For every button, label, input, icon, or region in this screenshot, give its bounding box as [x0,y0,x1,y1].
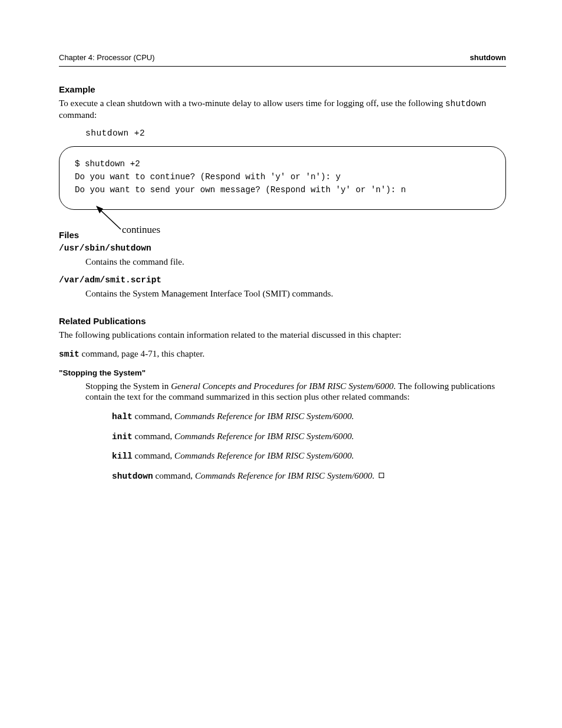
sub3-ital: Commands Reference for IBM RISC System/6… [174,450,354,460]
sub3-mid: command, [133,450,174,460]
related-item-1-head: smit [59,350,80,359]
section-related-title: Related Publications [59,316,506,326]
file-entry-2: /var/adm/smit.script Contains the System… [59,275,506,299]
file-path-1: /usr/sbin/shutdown [59,243,506,254]
terminal-line-3: Do you want to send your own message? (R… [75,183,490,196]
example-intro-a: To execute a clean shutdown with a two-m… [59,98,445,108]
sub4-ital: Commands Reference for IBM RISC System/6… [195,470,375,480]
arrow-icon [95,206,124,233]
end-of-section-icon [379,473,384,478]
header-left: Chapter 4: Processor (CPU) [59,53,155,62]
example-intro: To execute a clean shutdown with a two-m… [59,98,506,120]
r2a: Stopping the System in [85,381,171,391]
header-right: shutdown [470,53,506,62]
file-desc-2: Contains the System Management Interface… [85,288,506,299]
page-header: Chapter 4: Processor (CPU) shutdown [59,53,506,67]
file-entry-1: /usr/sbin/shutdown Contains the command … [59,243,506,267]
related-item-2-head: "Stopping the System" [59,368,506,377]
terminal-line-1: $ shutdown +2 [75,157,490,170]
section-example-title: Example [59,84,506,94]
example-cmd: shutdown +2 [85,129,506,138]
related-item-2-body: Stopping the System in General Concepts … [85,381,506,403]
sub1-mid: command, [133,411,174,421]
handwritten-note: continues [122,222,160,238]
sub-ref-1: halt command, Commands Reference for IBM… [112,411,506,423]
example-output-box: $ shutdown +2 Do you want to continue? (… [59,146,506,210]
related-item-1: smit command, page 4-71, this chapter. [59,348,506,360]
related-intro: The following publications contain infor… [59,330,506,341]
r2b: General Concepts and Procedures for IBM … [171,381,396,391]
sub-ref-3: kill command, Commands Reference for IBM… [112,450,506,462]
sub4-mid: command, [153,470,195,480]
sub2-ital: Commands Reference for IBM RISC System/6… [174,431,354,441]
example-intro-b: command: [59,110,97,120]
sub2-mid: command, [133,431,174,441]
sub3-code: kill [112,452,133,461]
sub-ref-2: init command, Commands Reference for IBM… [112,431,506,443]
sub1-ital: Commands Reference for IBM RISC System/6… [174,411,354,421]
related-item-1-rest: command, page 4-71, this chapter. [80,348,205,358]
file-desc-1: Contains the command file. [85,256,506,268]
sub2-code: init [112,432,133,442]
terminal-line-2: Do you want to continue? (Respond with '… [75,170,490,183]
sub-ref-4: shutdown command, Commands Reference for… [112,470,506,482]
svg-line-0 [100,209,121,229]
sub1-code: halt [112,412,133,421]
file-path-2: /var/adm/smit.script [59,275,506,286]
sub4-code: shutdown [112,472,153,481]
example-inline-code: shutdown [445,99,487,108]
